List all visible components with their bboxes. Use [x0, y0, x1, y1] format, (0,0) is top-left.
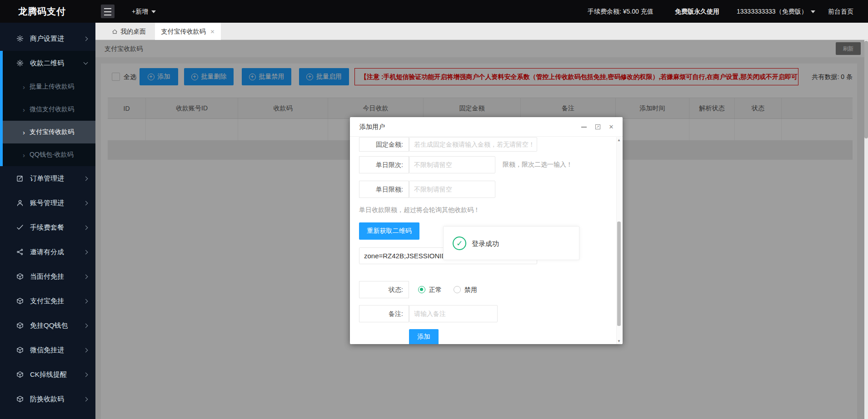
dialog-scrollbar-thumb[interactable] — [617, 222, 621, 326]
radio-unchecked-icon — [454, 286, 461, 293]
remark-label: 备注: — [359, 305, 409, 322]
app-window: 龙腾码支付 +新增 手续费余额: ¥5.00 充值 免费版永久使用 133333… — [0, 0, 868, 419]
angle-right-icon: › — [23, 106, 25, 113]
daily-hint: 限额，限次二选一输入！ — [503, 161, 573, 169]
cube-icon — [16, 371, 24, 378]
sidebar-item-merchant-settings[interactable]: 商户设置进 — [0, 26, 95, 51]
sidebar-item-f2f-pay[interactable]: 当面付免挂 — [0, 264, 95, 289]
chevron-right-icon — [84, 397, 88, 401]
chevron-right-icon — [84, 201, 88, 205]
cube-icon — [16, 297, 24, 305]
new-menu-label: +新增 — [132, 8, 148, 15]
chevron-right-icon — [84, 348, 88, 352]
limit-note: 单日收款限额，超过将会轮询其他收款码！ — [359, 206, 480, 214]
success-check-icon: ✓ — [453, 237, 466, 250]
sidebar-item-alipay-code[interactable]: ›支付宝传收款码 — [3, 121, 95, 143]
close-icon[interactable] — [607, 123, 615, 131]
sidebar-item-qq-free[interactable]: 免挂QQ钱包 — [0, 313, 95, 338]
chevron-right-icon — [84, 225, 88, 230]
remark-input[interactable] — [409, 305, 498, 322]
recharge-link[interactable]: 充值 — [641, 8, 653, 15]
check-icon — [16, 224, 24, 231]
caret-down-icon — [151, 10, 156, 13]
dialog-scrollbar[interactable]: ▲ ▼ — [616, 137, 621, 344]
fixed-amount-input[interactable] — [409, 137, 537, 152]
angle-right-icon: › — [23, 83, 25, 91]
app-logo: 龙腾码支付 — [18, 0, 66, 23]
scroll-down-icon[interactable]: ▼ — [617, 339, 621, 343]
daily-limit-input[interactable] — [409, 181, 495, 198]
fee-balance: 手续费余额: ¥5.00 充值 — [588, 0, 653, 23]
chevron-right-icon — [84, 372, 88, 377]
status-label: 状态: — [359, 281, 409, 298]
sidebar-item-ck-offline-alert[interactable]: CK掉线提醒 — [0, 362, 95, 387]
close-tab-icon[interactable]: ✕ — [210, 29, 215, 35]
angle-right-icon: › — [23, 128, 25, 136]
chevron-down-icon — [84, 60, 88, 65]
share-icon — [16, 248, 24, 256]
sidebar-item-wechat-free[interactable]: 微信免挂进 — [0, 338, 95, 362]
edition-badge: 免费版永久使用 — [675, 0, 719, 23]
page-scrollbar-thumb[interactable] — [864, 41, 868, 138]
sidebar-item-alipay-free[interactable]: 支付宝免挂 — [0, 289, 95, 313]
chevron-right-icon — [84, 274, 88, 279]
dialog-title: 添加用户 — [359, 117, 385, 137]
sidebar-item-batch-upload[interactable]: ›批量上传收款码 — [3, 75, 95, 98]
chevron-right-icon — [84, 323, 88, 328]
angle-right-icon: › — [23, 151, 25, 159]
fixed-amount-label: 固定金额: — [359, 137, 409, 152]
daily-times-label: 单日限次: — [359, 156, 409, 173]
add-user-dialog: 添加用户 ↗ 固定金额: 单日限次: 限额，限次二选一输入！ 单日限额: 单日收… — [350, 117, 623, 344]
chevron-right-icon — [84, 250, 88, 254]
refetch-qrcode-button[interactable]: 重新获取二维码 — [359, 222, 419, 240]
page-scrollbar[interactable] — [864, 40, 868, 419]
chevron-right-icon — [84, 299, 88, 303]
daily-limit-label: 单日限额: — [359, 181, 409, 198]
cube-icon — [16, 322, 24, 329]
submit-add-button[interactable]: 添加 — [409, 329, 439, 344]
cube-icon — [16, 273, 24, 280]
login-success-toast: ✓ 登录成功 — [443, 226, 579, 260]
hamburger-menu-icon[interactable] — [101, 5, 115, 18]
sidebar-item-accounts[interactable]: 账号管理进 — [0, 191, 95, 215]
edit-icon — [16, 175, 24, 182]
sidebar-item-orders[interactable]: 订单管理进 — [0, 166, 95, 191]
toast-message: 登录成功 — [472, 227, 499, 261]
minimize-icon[interactable] — [580, 123, 588, 131]
sidebar-item-wechat-code[interactable]: ›微信支付收款码 — [3, 98, 95, 121]
account-menu[interactable]: 13333333333（免费版） — [737, 0, 815, 23]
maximize-icon[interactable]: ↗ — [594, 123, 602, 131]
caret-down-icon — [811, 10, 815, 13]
cube-icon — [16, 395, 24, 403]
status-radio-disabled[interactable]: 禁用 — [454, 281, 477, 298]
new-menu[interactable]: +新增 — [132, 0, 156, 23]
gear-icon — [16, 35, 24, 42]
sidebar-item-fee-plans[interactable]: 手续费套餐 — [0, 215, 95, 240]
home-icon — [112, 29, 118, 35]
user-icon — [16, 199, 24, 207]
chevron-right-icon — [84, 176, 88, 181]
tab-my-desktop[interactable]: 我的桌面 — [103, 23, 155, 40]
sidebar-item-qq-wallet-code[interactable]: ›QQ钱包-收款码 — [3, 143, 95, 166]
tab-alipay-code[interactable]: 支付宝传收款码✕ — [155, 23, 221, 40]
top-header: 龙腾码支付 +新增 手续费余额: ¥5.00 充值 免费版永久使用 133333… — [0, 0, 868, 23]
sidebar: 商户设置进 收款二维码 ›批量上传收款码 ›微信支付收款码 ›支付宝传收款码 ›… — [0, 23, 95, 419]
sidebar-item-invite-share[interactable]: 邀请有分成 — [0, 240, 95, 264]
daily-times-input[interactable] — [409, 156, 495, 173]
radio-checked-icon — [418, 286, 425, 293]
gear-icon — [16, 59, 24, 67]
sidebar-item-anti-swap[interactable]: 防换收款码 — [0, 387, 95, 411]
chevron-right-icon — [84, 36, 88, 41]
account-label: 13333333333（免费版） — [737, 8, 808, 15]
sidebar-group-qrcode: 收款二维码 ›批量上传收款码 ›微信支付收款码 ›支付宝传收款码 ›QQ钱包-收… — [0, 51, 95, 166]
sidebar-item-qrcode-group[interactable]: 收款二维码 — [3, 51, 95, 75]
cube-icon — [16, 346, 24, 354]
status-radio-normal[interactable]: 正常 — [418, 281, 442, 298]
front-home-link[interactable]: 前台首页 — [828, 0, 853, 23]
dialog-titlebar: 添加用户 ↗ — [350, 117, 623, 137]
tab-bar: 我的桌面 支付宝传收款码✕ — [95, 23, 868, 40]
scroll-up-icon[interactable]: ▲ — [617, 138, 621, 142]
